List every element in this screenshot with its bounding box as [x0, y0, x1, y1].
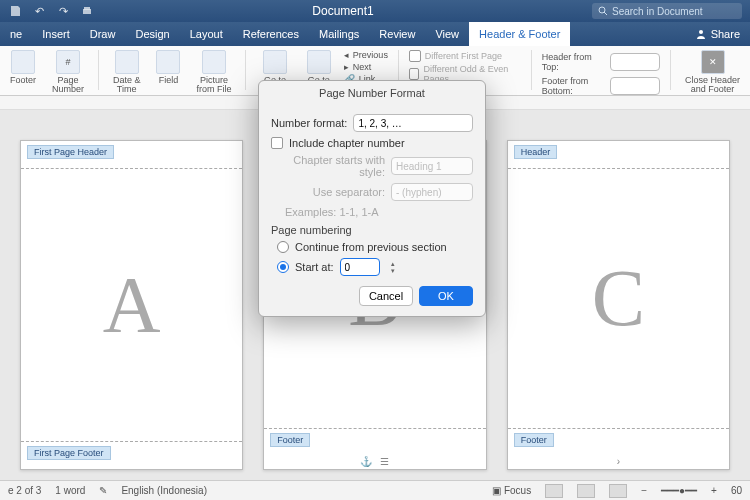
svg-line-3 [604, 12, 607, 15]
position-group: Header from Top: Footer from Bottom: [542, 50, 660, 98]
title-bar: ↶ ↷ Document1 Search in Document [0, 0, 750, 22]
menu-tabs: ne Insert Draw Design Layout References … [0, 22, 750, 46]
zoom-out-button[interactable]: − [641, 485, 647, 496]
footer-badge: Footer [270, 433, 310, 447]
chapter-style-select: Heading 1 [391, 157, 473, 175]
field-button[interactable]: Field [152, 50, 184, 85]
tab-layout[interactable]: Layout [180, 22, 233, 46]
print-icon[interactable] [80, 4, 94, 18]
picture-button[interactable]: Picture from File [192, 50, 235, 94]
zoom-level[interactable]: 60 [731, 485, 742, 496]
view-outline-icon[interactable] [609, 484, 627, 498]
dialog-title: Page Number Format [259, 81, 485, 103]
focus-mode[interactable]: ▣ Focus [492, 485, 531, 496]
tab-insert[interactable]: Insert [32, 22, 80, 46]
footer-button[interactable]: Footer [6, 50, 40, 85]
svg-rect-1 [84, 7, 90, 10]
start-at-stepper[interactable]: ▴▾ [388, 260, 398, 274]
page-count[interactable]: e 2 of 3 [8, 485, 41, 496]
tab-header-footer[interactable]: Header & Footer [469, 22, 570, 46]
view-print-icon[interactable] [545, 484, 563, 498]
page-letter: C [508, 169, 729, 428]
page-letter: A [21, 169, 242, 441]
header-badge: First Page Header [27, 145, 114, 159]
options-group: Different First Page Different Odd & Eve… [409, 50, 521, 84]
undo-icon[interactable]: ↶ [32, 4, 46, 18]
tab-design[interactable]: Design [125, 22, 179, 46]
section-label: Page numbering [271, 224, 473, 236]
anchor-icon: ⚓ [360, 456, 372, 467]
tab-home[interactable]: ne [0, 22, 32, 46]
search-input[interactable]: Search in Document [592, 3, 742, 19]
footer-badge: First Page Footer [27, 446, 111, 460]
separator-select: - (hyphen) [391, 183, 473, 201]
status-bar: e 2 of 3 1 word ✎ English (Indonesia) ▣ … [0, 480, 750, 500]
start-at-input[interactable] [340, 258, 380, 276]
cancel-button[interactable]: Cancel [359, 286, 413, 306]
page-1: First Page Header A First Page Footer [20, 140, 243, 470]
date-time-button[interactable]: Date & Time [109, 50, 145, 94]
number-format-select[interactable]: 1, 2, 3, … [353, 114, 473, 132]
save-icon[interactable] [8, 4, 22, 18]
start-at-radio[interactable] [277, 261, 289, 273]
continue-radio[interactable] [277, 241, 289, 253]
page-number-button[interactable]: #Page Number [48, 50, 88, 94]
diff-first-page-checkbox[interactable]: Different First Page [409, 50, 521, 62]
caret-icon: › [617, 456, 620, 467]
footer-badge: Footer [514, 433, 554, 447]
svg-point-4 [699, 30, 703, 34]
header-badge: Header [514, 145, 558, 159]
tab-mailings[interactable]: Mailings [309, 22, 369, 46]
document-title: Document1 [94, 4, 592, 18]
next-button[interactable]: ▸ Next [344, 62, 388, 72]
tab-references[interactable]: References [233, 22, 309, 46]
spellcheck-icon[interactable]: ✎ [99, 485, 107, 496]
previous-button[interactable]: ◂ Previous [344, 50, 388, 60]
nav-links: ◂ Previous ▸ Next 🔗 Link [344, 50, 388, 84]
language[interactable]: English (Indonesia) [121, 485, 207, 496]
include-chapter-checkbox[interactable] [271, 137, 283, 149]
share-button[interactable]: Share [685, 28, 750, 40]
zoom-slider[interactable]: ━━━●━━ [661, 485, 697, 496]
view-web-icon[interactable] [577, 484, 595, 498]
ok-button[interactable]: OK [419, 286, 473, 306]
page-3: Header C Footer › [507, 140, 730, 470]
page-number-format-dialog: Page Number Format Number format: 1, 2, … [258, 80, 486, 317]
zoom-in-button[interactable]: + [711, 485, 717, 496]
word-count[interactable]: 1 word [55, 485, 85, 496]
tab-review[interactable]: Review [369, 22, 425, 46]
tab-view[interactable]: View [425, 22, 469, 46]
search-placeholder: Search in Document [612, 6, 703, 17]
footer-from-bottom-input[interactable] [610, 77, 660, 95]
tab-draw[interactable]: Draw [80, 22, 126, 46]
close-header-footer-button[interactable]: ✕Close Header and Footer [681, 50, 744, 94]
menu-icon: ☰ [380, 456, 389, 467]
header-from-top-input[interactable] [610, 53, 660, 71]
redo-icon[interactable]: ↷ [56, 4, 70, 18]
